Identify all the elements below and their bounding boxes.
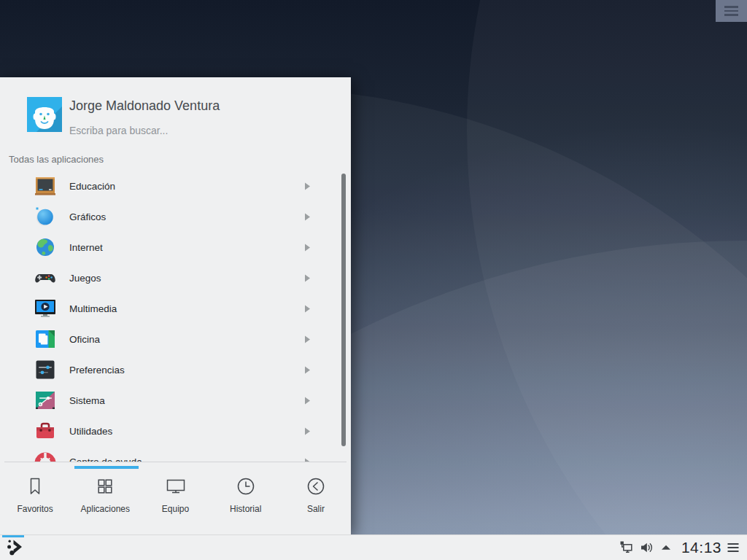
leave-icon	[304, 475, 328, 498]
favorites-icon	[23, 475, 47, 498]
app-category-label: Utilidades	[69, 426, 112, 437]
submenu-arrow-icon	[304, 305, 311, 313]
panel-overflow-button[interactable]	[726, 540, 740, 555]
tab-label: Historial	[230, 504, 261, 514]
tab-label: Aplicaciones	[81, 504, 130, 514]
submenu-arrow-icon	[304, 244, 311, 252]
tab-label: Salir	[307, 504, 325, 514]
tab-label: Favoritos	[17, 504, 53, 514]
submenu-arrow-icon	[304, 274, 311, 282]
tab-label: Equipo	[162, 504, 189, 514]
hamburger-icon	[724, 14, 738, 16]
app-category-item[interactable]: Centro de ayuda	[0, 446, 336, 462]
app-category-item[interactable]: Utilidades	[0, 416, 336, 446]
app-launcher-icon	[5, 536, 24, 559]
preferences-icon	[34, 358, 57, 381]
submenu-arrow-icon	[304, 366, 311, 374]
app-category-label: Centro de ayuda	[69, 456, 142, 462]
tab-equipo[interactable]: Equipo	[140, 464, 210, 534]
expand-arrow-icon[interactable]	[658, 540, 674, 556]
history-icon	[234, 475, 258, 498]
multimedia-icon	[34, 297, 57, 320]
submenu-arrow-icon	[304, 182, 311, 190]
tab-separator	[4, 462, 347, 462]
internet-icon	[34, 236, 57, 259]
applications-icon	[93, 475, 117, 498]
app-category-label: Educación	[69, 181, 115, 192]
tab-favoritos[interactable]: Favoritos	[0, 464, 70, 534]
submenu-arrow-icon	[304, 335, 311, 343]
user-name: Jorge Maldonado Ventura	[69, 98, 220, 114]
app-category-item[interactable]: Internet	[0, 232, 336, 262]
search-input[interactable]: Escriba para buscar...	[69, 125, 168, 136]
utilities-icon	[34, 419, 57, 443]
submenu-arrow-icon	[304, 213, 311, 221]
app-launcher-button[interactable]	[0, 535, 29, 560]
graphics-icon	[34, 205, 57, 228]
help-center-icon	[34, 450, 57, 462]
hamburger-icon	[724, 10, 738, 12]
application-category-list: EducaciónGráficosInternetJuegosMultimedi…	[0, 171, 336, 462]
app-category-label: Gráficos	[69, 211, 106, 222]
app-category-item[interactable]: Juegos	[0, 262, 336, 293]
application-launcher-menu: Jorge Maldonado Ventura Escriba para bus…	[0, 77, 351, 534]
system-tray: 14:13	[615, 539, 747, 556]
app-category-label: Juegos	[69, 273, 101, 284]
tab-historial[interactable]: Historial	[211, 464, 281, 534]
hamburger-icon	[724, 6, 738, 8]
submenu-arrow-icon	[304, 427, 311, 435]
app-category-label: Oficina	[69, 334, 100, 345]
office-icon	[34, 327, 57, 351]
app-category-label: Internet	[69, 242, 103, 253]
submenu-arrow-icon	[304, 397, 311, 405]
launcher-tab-bar: FavoritosAplicacionesEquipoHistorialSali…	[0, 464, 351, 534]
app-category-label: Preferencias	[69, 365, 125, 376]
computer-icon	[164, 475, 187, 498]
system-icon	[34, 389, 57, 412]
taskbar: 14:13	[0, 534, 747, 560]
app-category-item[interactable]: Oficina	[0, 324, 336, 354]
tab-aplicaciones[interactable]: Aplicaciones	[70, 464, 140, 534]
app-category-item[interactable]: Educación	[0, 171, 336, 201]
desktop-toolbox-button[interactable]	[716, 0, 747, 22]
user-avatar-icon[interactable]	[27, 97, 62, 132]
network-icon[interactable]	[619, 540, 635, 556]
wallpaper-arc	[467, 0, 747, 560]
active-task-indicator	[2, 535, 24, 537]
app-category-item[interactable]: Preferencias	[0, 354, 336, 385]
app-category-label: Multimedia	[69, 303, 117, 314]
section-label: Todas las aplicaciones	[9, 154, 104, 165]
volume-icon[interactable]	[638, 540, 654, 556]
games-icon	[34, 266, 57, 289]
education-icon	[34, 174, 57, 198]
scrollbar[interactable]	[341, 174, 346, 446]
tab-salir[interactable]: Salir	[281, 464, 351, 534]
app-category-item[interactable]: Multimedia	[0, 293, 336, 324]
app-category-item[interactable]: Gráficos	[0, 201, 336, 232]
app-category-item[interactable]: Sistema	[0, 385, 336, 416]
app-category-label: Sistema	[69, 395, 105, 406]
digital-clock[interactable]: 14:13	[681, 539, 721, 556]
